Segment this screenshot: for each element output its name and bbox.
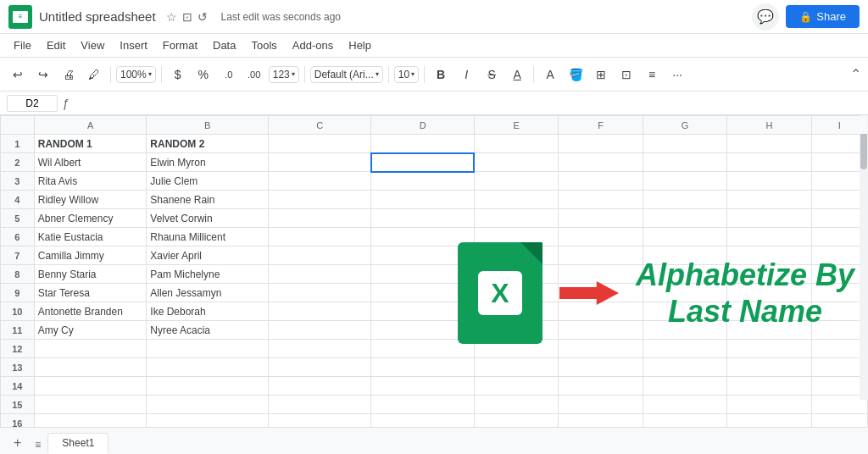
col-header-f[interactable]: F <box>559 116 643 135</box>
menu-help[interactable]: Help <box>342 36 378 54</box>
cell-5-D[interactable] <box>371 209 475 228</box>
cell-3-F[interactable] <box>559 172 643 191</box>
menu-edit[interactable]: Edit <box>40 36 72 54</box>
cell-2-E[interactable] <box>474 153 558 172</box>
cell-5-H[interactable] <box>727 209 811 228</box>
cell-13-D[interactable] <box>371 358 475 377</box>
col-header-d[interactable]: D <box>371 116 475 135</box>
cell-12-C[interactable] <box>268 340 371 358</box>
menu-view[interactable]: View <box>74 36 111 54</box>
strikethrough-button[interactable]: S <box>481 64 503 86</box>
cell-9-G[interactable] <box>643 284 726 302</box>
col-header-g[interactable]: G <box>643 116 726 135</box>
add-sheet-button[interactable]: + <box>7 432 28 454</box>
cell-4-H[interactable] <box>727 191 811 209</box>
menu-sheet-button[interactable]: ≡ <box>28 435 47 454</box>
cell-3-G[interactable] <box>643 172 726 191</box>
cell-6-E[interactable] <box>474 228 558 246</box>
cell-9-D[interactable] <box>371 284 475 302</box>
cell-4-F[interactable] <box>559 191 643 209</box>
cell-7-E[interactable] <box>474 246 558 265</box>
cell-14-G[interactable] <box>643 377 726 396</box>
cell-16-E[interactable] <box>474 414 558 428</box>
cell-11-B[interactable]: Nyree Acacia <box>147 321 269 340</box>
cell-9-B[interactable]: Allen Jessamyn <box>147 284 269 302</box>
cell-15-C[interactable] <box>268 396 371 414</box>
cell-3-H[interactable] <box>727 172 811 191</box>
percent-button[interactable]: % <box>192 64 214 86</box>
cell-6-B[interactable]: Rhauna Millicent <box>147 228 269 246</box>
cell-2-C[interactable] <box>268 153 371 172</box>
italic-button[interactable]: I <box>455 64 477 86</box>
col-header-i[interactable]: I <box>811 116 867 135</box>
cell-10-H[interactable] <box>727 302 811 321</box>
cell-4-G[interactable] <box>643 191 726 209</box>
paint-format-button[interactable]: 🖊 <box>83 64 105 86</box>
bold-button[interactable]: B <box>430 64 452 86</box>
cell-16-F[interactable] <box>559 414 643 428</box>
cell-16-B[interactable] <box>147 414 269 428</box>
cell-10-C[interactable] <box>268 302 371 321</box>
cell-1-C[interactable] <box>268 135 371 153</box>
cell-13-G[interactable] <box>643 358 726 377</box>
decimal-decrease-button[interactable]: .0 <box>218 64 240 86</box>
cell-6-F[interactable] <box>559 228 643 246</box>
cell-12-F[interactable] <box>559 340 643 358</box>
cell-2-H[interactable] <box>727 153 811 172</box>
cell-reference[interactable]: D2 <box>7 95 58 112</box>
cell-7-F[interactable] <box>559 246 643 265</box>
cell-2-A[interactable]: Wil Albert <box>34 153 147 172</box>
cell-6-D[interactable] <box>371 228 475 246</box>
cell-11-A[interactable]: Amy Cy <box>34 321 147 340</box>
cell-1-E[interactable] <box>474 135 558 153</box>
cell-15-F[interactable] <box>559 396 643 414</box>
cell-8-C[interactable] <box>268 265 371 284</box>
comments-button[interactable]: 💬 <box>752 3 779 30</box>
cell-6-A[interactable]: Katie Eustacia <box>34 228 147 246</box>
cell-6-C[interactable] <box>268 228 371 246</box>
cell-11-G[interactable] <box>643 321 726 340</box>
col-header-b[interactable]: B <box>147 116 269 135</box>
star-icon[interactable]: ☆ <box>166 10 177 24</box>
cell-4-E[interactable] <box>474 191 558 209</box>
cell-12-A[interactable] <box>34 340 147 358</box>
zoom-select[interactable]: 100% ▾ <box>116 66 156 83</box>
cell-15-D[interactable] <box>371 396 475 414</box>
more-button[interactable]: ··· <box>666 64 688 86</box>
redo-button[interactable]: ↪ <box>32 64 54 86</box>
cell-16-C[interactable] <box>268 414 371 428</box>
font-size-select[interactable]: 10 ▾ <box>394 66 419 83</box>
cell-13-H[interactable] <box>727 358 811 377</box>
cell-14-C[interactable] <box>268 377 371 396</box>
cell-16-H[interactable] <box>727 414 811 428</box>
cell-7-G[interactable] <box>643 246 726 265</box>
cell-1-H[interactable] <box>727 135 811 153</box>
cell-7-A[interactable]: Camilla Jimmy <box>34 246 147 265</box>
cell-6-H[interactable] <box>727 228 811 246</box>
cell-12-G[interactable] <box>643 340 726 358</box>
cell-3-E[interactable] <box>474 172 558 191</box>
move-icon[interactable]: ⊡ <box>182 10 192 24</box>
cell-4-B[interactable]: Shanene Rain <box>147 191 269 209</box>
cell-9-F[interactable] <box>559 284 643 302</box>
cell-13-B[interactable] <box>147 358 269 377</box>
cell-16-G[interactable] <box>643 414 726 428</box>
align-button[interactable]: ≡ <box>641 64 663 86</box>
cell-3-A[interactable]: Rita Avis <box>34 172 147 191</box>
col-header-a[interactable]: A <box>34 116 147 135</box>
cell-16-D[interactable] <box>371 414 475 428</box>
menu-format[interactable]: Format <box>156 36 204 54</box>
undo-button[interactable]: ↩ <box>7 64 29 86</box>
cell-15-A[interactable] <box>34 396 147 414</box>
collapse-toolbar-button[interactable]: ⌃ <box>850 66 861 82</box>
cell-8-F[interactable] <box>559 265 643 284</box>
cell-5-F[interactable] <box>559 209 643 228</box>
cell-9-C[interactable] <box>268 284 371 302</box>
menu-tools[interactable]: Tools <box>244 36 283 54</box>
underline-button[interactable]: A <box>506 64 528 86</box>
cell-6-G[interactable] <box>643 228 726 246</box>
cell-10-A[interactable]: Antonette Branden <box>34 302 147 321</box>
menu-insert[interactable]: Insert <box>113 36 154 54</box>
cell-14-B[interactable] <box>147 377 269 396</box>
cell-9-E[interactable] <box>474 284 558 302</box>
